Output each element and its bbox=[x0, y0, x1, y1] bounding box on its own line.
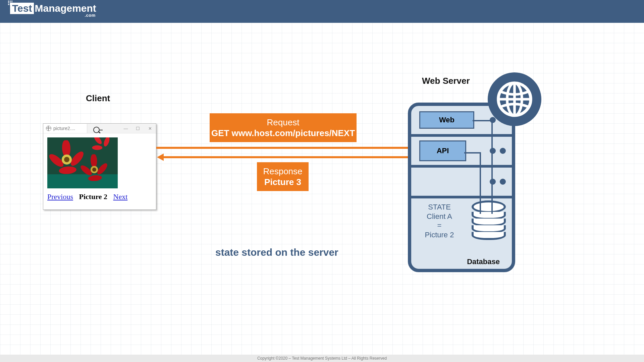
request-arrow bbox=[156, 147, 409, 149]
wire-web-right bbox=[473, 120, 493, 121]
cursor-magnifier-icon bbox=[93, 126, 101, 134]
state-l3: = bbox=[419, 221, 460, 230]
web-server-label: Web Server bbox=[422, 76, 470, 86]
picture-nav: Previous Picture 2 Next bbox=[47, 192, 152, 201]
response-arrow bbox=[162, 156, 415, 158]
svg-rect-1 bbox=[47, 174, 118, 188]
svg-point-21 bbox=[92, 168, 96, 172]
browser-tab[interactable]: picture2.... bbox=[43, 124, 87, 133]
picture-image bbox=[47, 137, 118, 188]
header-bar: Test Management .com bbox=[0, 0, 644, 23]
request-line1: Request bbox=[210, 117, 357, 128]
brand-rest: Management bbox=[35, 3, 96, 14]
state-l4: Picture 2 bbox=[419, 230, 460, 240]
database-label: Database bbox=[467, 257, 500, 266]
wire-web-down bbox=[491, 120, 493, 214]
maximize-button[interactable]: ☐ bbox=[132, 124, 144, 133]
svg-point-11 bbox=[64, 157, 69, 162]
state-l1: STATE bbox=[419, 202, 460, 212]
wire-api-right bbox=[464, 152, 481, 154]
response-line1: Response bbox=[257, 166, 309, 177]
request-box: Request GET www.host.com/pictures/NEXT bbox=[210, 113, 357, 142]
state-info: STATE Client A = Picture 2 bbox=[419, 202, 460, 239]
tab-title: picture2.... bbox=[53, 126, 75, 131]
globe-icon bbox=[46, 126, 51, 131]
api-chip: API bbox=[419, 140, 466, 161]
client-browser-window: picture2.... — ☐ ✕ bbox=[43, 123, 156, 210]
server-rack: Web API STATE Client A = Picture 2 bbox=[408, 103, 515, 272]
state-annotation: state stored on the server bbox=[215, 247, 338, 258]
web-chip: Web bbox=[419, 111, 474, 129]
footer-copyright: Copyright ©2020 – Test Management System… bbox=[0, 355, 644, 362]
response-line2: Picture 3 bbox=[257, 177, 309, 188]
brand-boxed: Test bbox=[12, 3, 32, 14]
svg-point-24 bbox=[92, 145, 102, 150]
internet-globe-icon bbox=[488, 72, 541, 126]
rack-slot-middle bbox=[411, 165, 512, 196]
client-label: Client bbox=[86, 93, 110, 104]
request-line2: GET www.host.com/pictures/NEXT bbox=[210, 128, 357, 139]
state-l2: Client A bbox=[419, 212, 460, 221]
next-link[interactable]: Next bbox=[113, 192, 128, 201]
current-picture-label: Picture 2 bbox=[79, 192, 108, 201]
brand-logo: Test Management .com bbox=[10, 3, 96, 18]
response-box: Response Picture 3 bbox=[257, 162, 309, 191]
wire-api-down bbox=[480, 152, 481, 214]
minimize-button[interactable]: — bbox=[120, 124, 132, 133]
rack-slot-bottom: STATE Client A = Picture 2 Database bbox=[411, 196, 512, 269]
close-button[interactable]: ✕ bbox=[144, 124, 156, 133]
database-icon bbox=[472, 200, 502, 240]
previous-link[interactable]: Previous bbox=[47, 192, 73, 201]
rack-slot-api: API bbox=[411, 134, 512, 165]
